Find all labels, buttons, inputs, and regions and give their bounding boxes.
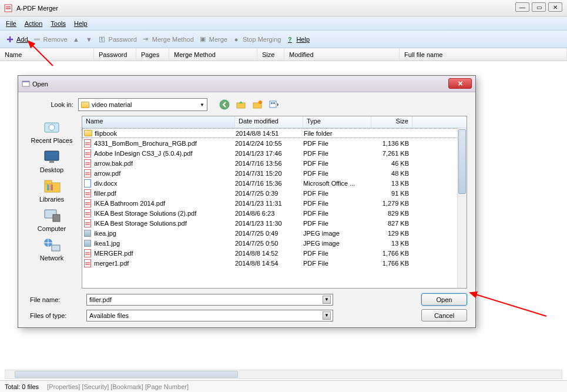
place-recent[interactable]: Recent Places [31,118,73,144]
svg-rect-9 [270,101,276,108]
place-libraries[interactable]: Libraries [39,177,64,203]
merge-method-button[interactable]: ⇥ Merge Method [142,35,194,43]
col-password[interactable]: Password [94,48,136,61]
file-size: 1,766 KB [371,250,412,257]
toolbar: Add Remove ▲ ▼ ⚿ Password ⇥ Merge Method… [0,31,567,48]
svg-point-8 [259,100,262,104]
up-icon: ▲ [72,35,80,43]
pdf-icon [82,209,93,217]
place-desktop[interactable]: Desktop [40,148,63,173]
menu-action[interactable]: Action [25,20,43,27]
add-button[interactable]: Add [6,35,28,43]
file-date: 2014/2/24 10:55 [235,140,303,147]
close-button[interactable]: ✕ [548,2,562,12]
file-row[interactable]: merger1.pdf2014/8/8 14:54PDF File1,766 K… [82,258,467,268]
back-button[interactable] [219,99,230,110]
filehead-date[interactable]: Date modified [235,116,303,128]
file-type: PDF File [303,160,371,167]
folder-icon [81,102,89,108]
move-down-button[interactable]: ▼ [85,35,93,43]
filehead-size[interactable]: Size [371,116,412,128]
file-row[interactable]: arrow.bak.pdf2014/7/16 13:56PDF File46 K… [82,158,467,168]
horizontal-scrollbar[interactable] [5,370,562,379]
file-row[interactable]: filler.pdf2014/7/25 0:39PDF File91 KB [82,188,467,198]
col-merge-method[interactable]: Merge Method [169,48,257,61]
lookin-value: video material [92,101,132,108]
col-size[interactable]: Size [257,48,284,61]
place-network[interactable]: Network [40,236,63,262]
file-type: Microsoft Office ... [303,180,371,187]
col-full-name[interactable]: Full file name [400,48,567,61]
move-up-button[interactable]: ▲ [72,35,80,43]
chevron-down-icon[interactable]: ▼ [323,311,331,320]
file-row[interactable]: IKEA Bathroom 2014.pdf2014/1/23 11:31PDF… [82,198,467,208]
network-icon [41,236,62,253]
file-list[interactable]: Name Date modified Type Size flipbook201… [82,116,467,289]
file-size: 1,279 KB [371,200,412,207]
chevron-down-icon[interactable]: ▼ [323,296,331,304]
pdf-icon [82,189,93,197]
cancel-button[interactable]: Cancel [421,309,467,321]
maximize-button[interactable]: ▭ [532,2,546,12]
filehead-name[interactable]: Name [82,116,235,128]
file-row[interactable]: MERGER.pdf2014/8/8 14:52PDF File1,766 KB [82,248,467,258]
pdf-icon [82,199,93,207]
file-type: PDF File [303,260,371,267]
file-name: IKEA Best Storage Solutions.pdf [93,220,235,227]
filename-input[interactable]: filler.pdf ▼ [86,294,333,306]
jpg-icon [82,230,93,237]
file-row[interactable]: IKEA Best Storage Solutions (2).pdf2014/… [82,208,467,218]
file-date: 2014/7/31 15:20 [235,170,303,177]
open-dialog: Open ✕ Look in: video material ▼ Recent … [18,75,476,328]
file-row[interactable]: ikea1.jpg2014/7/25 0:50JPEG image13 KB [82,238,467,248]
view-menu-button[interactable] [269,99,279,110]
jpg-icon [82,240,93,247]
filetype-combo[interactable]: Available files ▼ [86,310,333,321]
svg-rect-21 [53,215,60,222]
open-button[interactable]: Open [421,293,467,306]
menu-help[interactable]: Help [74,20,88,27]
stop-icon: ● [232,35,240,43]
file-row[interactable]: 4331_BomBom_Brochura_RGB.pdf2014/2/24 10… [82,138,467,148]
col-pages[interactable]: Pages [136,48,169,61]
file-row[interactable]: div.docx2014/7/16 15:36Microsoft Office … [82,178,467,188]
new-folder-button[interactable] [252,99,263,110]
merge-button[interactable]: ▣ Merge [199,35,227,43]
titlebar: A-PDF Merger [0,0,567,16]
password-button[interactable]: ⚿ Password [98,35,137,43]
col-modified[interactable]: Modified [284,48,400,61]
dialog-close-button[interactable]: ✕ [448,78,472,89]
file-row[interactable]: flipbook2014/8/8 14:51File folder [82,128,467,138]
key-icon: ⚿ [98,35,106,43]
menu-file[interactable]: File [6,20,16,27]
file-size: 7,261 KB [371,150,412,157]
statusbar: Total: 0 files [Properties] [Security] [… [0,380,567,392]
stop-merging-button[interactable]: ● Stop Merging [232,35,281,43]
svg-rect-1 [6,6,11,8]
minimize-button[interactable]: — [515,2,529,12]
file-list-scrollbar[interactable] [457,128,467,288]
file-row[interactable]: ikea.jpg2014/7/25 0:49JPEG image129 KB [82,228,467,238]
svg-rect-6 [237,103,245,108]
lookin-combo[interactable]: video material ▼ [78,98,207,111]
file-size: 13 KB [371,180,412,187]
file-row[interactable]: IKEA Best Storage Solutions.pdf2014/1/23… [82,218,467,228]
remove-button[interactable]: Remove [33,35,68,43]
menu-tools[interactable]: Tools [51,20,66,27]
file-row[interactable]: arrow.pdf2014/7/31 15:20PDF File48 KB [82,168,467,178]
file-name: IKEA Bathroom 2014.pdf [93,200,235,207]
file-type: PDF File [303,200,371,207]
file-date: 2014/1/23 17:46 [235,150,303,157]
filehead-type[interactable]: Type [303,116,371,128]
file-date: 2014/8/6 6:23 [235,210,303,217]
file-date: 2014/7/25 0:50 [235,240,303,247]
place-computer[interactable]: Computer [38,206,66,232]
file-row[interactable]: Adobe InDesign CS3_J (5.0.4).pdf2014/1/2… [82,148,467,158]
col-name[interactable]: Name [0,48,94,61]
lookin-label: Look in: [26,101,73,108]
merge-method-icon: ⇥ [142,35,150,43]
status-total: Total: 0 files [5,383,39,390]
file-size: 13 KB [371,240,412,247]
help-button[interactable]: ? Help [286,35,310,43]
up-folder-button[interactable] [236,99,246,110]
